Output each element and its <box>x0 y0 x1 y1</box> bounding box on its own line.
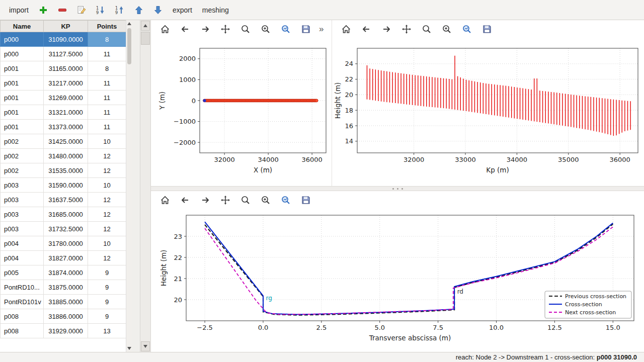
longitudinal-toolbar-home-button[interactable] <box>339 22 353 36</box>
cell-points: 11 <box>88 47 126 61</box>
add-cross-section-button[interactable] <box>36 3 50 17</box>
table-header-row: Name KP Points <box>1 21 126 32</box>
table-row[interactable]: p00231535.000012 <box>1 163 126 178</box>
remove-cross-section-button[interactable] <box>55 3 69 17</box>
plan-toolbar-overflow-button[interactable]: » <box>316 24 327 34</box>
back-icon <box>180 24 190 34</box>
plan-toolbar-forward-button[interactable] <box>198 22 212 36</box>
table-row[interactable]: p00131165.00008 <box>1 61 126 76</box>
plan-view-plot[interactable]: 320003400036000−2000−1000010002000X (m)Y… <box>151 38 332 186</box>
cell-points: 9 <box>88 265 126 280</box>
longitudinal-view-plot[interactable]: 3200033000340003500036000141618202224Kp … <box>332 38 644 186</box>
table-row[interactable]: p00131321.000011 <box>1 105 126 120</box>
table-row[interactable]: p00131217.000011 <box>1 76 126 90</box>
table-scrollbar-track[interactable] <box>126 27 132 345</box>
plan-toolbar-home-button[interactable] <box>158 22 172 36</box>
table-row[interactable]: p00531874.00009 <box>1 265 126 280</box>
cross-section-toolbar-zoom-button[interactable] <box>238 193 253 207</box>
sort-descending-button[interactable]: 19 <box>94 3 108 17</box>
move-up-button[interactable] <box>132 3 146 17</box>
plan-toolbar-pan-button[interactable] <box>218 22 232 36</box>
longitudinal-toolbar-pan-button[interactable] <box>399 22 414 36</box>
column-header-points[interactable]: Points <box>88 21 126 32</box>
table-row[interactable]: p00831929.000013 <box>1 324 126 338</box>
sort-ascending-button[interactable]: 19 <box>113 3 127 17</box>
longitudinal-toolbar-save-figure-button[interactable] <box>480 22 494 36</box>
panel-scrollbar[interactable] <box>140 20 150 352</box>
panel-scroll-down-button[interactable] <box>141 341 150 351</box>
table-scrollbar-thumb[interactable] <box>127 28 131 64</box>
plan-toolbar-subplots-button[interactable] <box>259 22 273 36</box>
plan-toolbar-back-button[interactable] <box>178 22 192 36</box>
table-row[interactable]: p00431827.000012 <box>1 251 126 265</box>
cross-section-toolbar-save-figure-button[interactable] <box>299 193 313 207</box>
table-scroll-up-button[interactable] <box>126 20 132 27</box>
subplots-icon <box>261 24 271 34</box>
splitter-handle[interactable] <box>151 186 644 191</box>
column-header-kp[interactable]: KP <box>44 21 88 32</box>
cross-section-toolbar-back-button[interactable] <box>178 193 192 207</box>
table-row[interactable]: p00131269.000011 <box>1 90 126 105</box>
longitudinal-toolbar-back-button[interactable] <box>359 22 373 36</box>
table-row[interactable]: p00431780.000010 <box>1 236 126 251</box>
svg-text:24: 24 <box>345 60 353 67</box>
move-down-button[interactable] <box>151 3 165 17</box>
cross-section-toolbar-pan-button[interactable] <box>218 193 232 207</box>
table-row[interactable]: p00831886.00009 <box>1 309 126 324</box>
longitudinal-toolbar-forward-button[interactable] <box>379 22 393 36</box>
table-scrollbar[interactable] <box>126 20 132 352</box>
table-row[interactable]: PontRD10...31875.00009 <box>1 280 126 295</box>
svg-text:Next cross-section: Next cross-section <box>565 309 616 316</box>
table-row[interactable]: p00231425.000010 <box>1 134 126 149</box>
svg-text:1: 1 <box>115 6 118 10</box>
plan-toolbar-zoom-button[interactable] <box>238 22 253 36</box>
svg-text:20: 20 <box>174 296 182 304</box>
svg-text:15.0: 15.0 <box>606 324 620 331</box>
cross-section-toolbar-customize-button[interactable] <box>279 193 293 207</box>
svg-text:36000: 36000 <box>301 156 322 163</box>
cross-section-toolbar-subplots-button[interactable] <box>259 193 273 207</box>
home-icon <box>160 195 170 205</box>
subplots-icon <box>261 195 271 205</box>
table-row[interactable]: p00331590.000010 <box>1 178 126 193</box>
table-row[interactable]: p00131373.000011 <box>1 120 126 134</box>
plan-toolbar-customize-button[interactable] <box>279 22 293 36</box>
plan-toolbar-save-figure-button[interactable] <box>299 22 313 36</box>
forward-icon <box>200 195 210 205</box>
cell-kp: 31780.0000 <box>44 236 88 251</box>
panel-scroll-up-button[interactable] <box>141 21 150 31</box>
meshing-button[interactable]: meshing <box>197 3 234 17</box>
import-button[interactable]: import <box>4 3 34 17</box>
svg-text:35000: 35000 <box>558 156 579 163</box>
cell-kp: 31165.0000 <box>44 61 88 76</box>
export-button[interactable]: export <box>168 3 197 17</box>
pan-icon <box>401 24 412 34</box>
svg-text:20: 20 <box>345 91 353 99</box>
panel-scrollbar-track[interactable] <box>141 31 150 341</box>
cell-points: 11 <box>88 105 126 120</box>
svg-text:2.5: 2.5 <box>316 324 327 331</box>
svg-text:23: 23 <box>174 233 182 240</box>
table-row[interactable]: PontRD101v31885.00009 <box>1 295 126 309</box>
longitudinal-toolbar-subplots-button[interactable] <box>440 22 454 36</box>
cell-name: p001 <box>1 76 44 90</box>
panel-scrollbar-thumb[interactable] <box>141 32 150 45</box>
edit-cross-section-button[interactable] <box>74 3 89 17</box>
cross-section-plot[interactable]: −2.50.02.55.07.510.012.515.020212223Tran… <box>151 209 644 352</box>
table-row[interactable]: p00331637.500012 <box>1 193 126 207</box>
longitudinal-toolbar-zoom-button[interactable] <box>420 22 434 36</box>
table-row[interactable]: p00331685.000012 <box>1 207 126 222</box>
column-header-name[interactable]: Name <box>1 21 44 32</box>
cross-section-toolbar-home-button[interactable] <box>158 193 172 207</box>
pan-icon <box>220 195 230 205</box>
cell-name: p001 <box>1 105 44 120</box>
svg-text:34000: 34000 <box>507 156 527 163</box>
cell-name: p004 <box>1 236 44 251</box>
cross-section-toolbar-forward-button[interactable] <box>198 193 212 207</box>
table-row[interactable]: p00031090.00008 <box>1 32 126 47</box>
table-row[interactable]: p00031127.500011 <box>1 47 126 61</box>
table-row[interactable]: p00231480.000012 <box>1 149 126 163</box>
longitudinal-toolbar-customize-button[interactable] <box>460 22 474 36</box>
table-row[interactable]: p00331732.500012 <box>1 222 126 236</box>
table-scroll-down-button[interactable] <box>126 345 132 352</box>
